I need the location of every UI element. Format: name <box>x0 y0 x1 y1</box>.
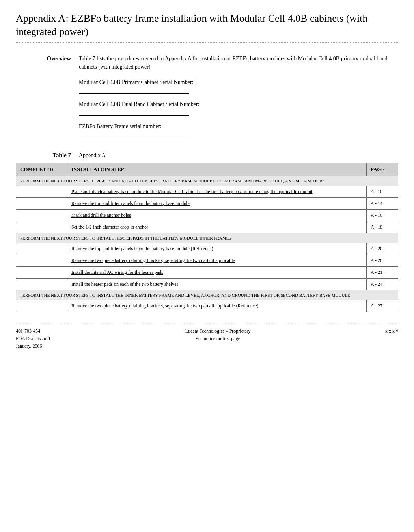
completed-cell <box>16 266 67 278</box>
step-link[interactable]: Remove the two piece battery retaining b… <box>71 258 235 263</box>
table-row: Set the 1/2-inch diameter drop-in anchor… <box>16 221 398 233</box>
step-link[interactable]: Remove the two piece battery retaining b… <box>71 303 258 309</box>
step-cell: Install the heater pads on each of the t… <box>67 278 367 290</box>
page-cell: A - 16 <box>367 209 398 221</box>
step-cell: Remove the top and filter panels from th… <box>67 243 367 255</box>
table-title-text: Appendix A <box>79 153 106 159</box>
serial3-underline <box>79 138 189 138</box>
page-cell: A - 24 <box>367 278 398 290</box>
overview-content: Table 7 lists the procedures covered in … <box>79 54 398 144</box>
header-step: INSTALLATION STEP <box>67 163 367 176</box>
completed-cell <box>16 186 67 197</box>
step-cell: Remove the two piece battery retaining b… <box>67 300 367 312</box>
section-header-cell: PERFORM THE NEXT FOUR STEPS TO INSTALL H… <box>16 233 398 243</box>
step-link[interactable]: Mark and drill the anchor holes <box>71 212 131 218</box>
section-header-row: PERFORM THE NEXT FOUR STEPS TO PLACE AND… <box>16 176 398 186</box>
section-header-cell: PERFORM THE NEXT FOUR STEPS TO INSTALL T… <box>16 290 398 300</box>
table-label: Table 7 <box>16 152 79 159</box>
page-title: Appendix A: EZBFo battery frame installa… <box>16 12 398 39</box>
section-header-cell: PERFORM THE NEXT FOUR STEPS TO PLACE AND… <box>16 176 398 186</box>
footer: 401-703-454 FOA Draft Issue 1 January, 2… <box>16 327 398 350</box>
section-header-row: PERFORM THE NEXT FOUR STEPS TO INSTALL H… <box>16 233 398 243</box>
table-row: Remove the top and filter panels from th… <box>16 197 398 209</box>
table-row: Remove the two piece battery retaining b… <box>16 300 398 312</box>
page-cell: A - 21 <box>367 266 398 278</box>
overview-text: Table 7 lists the procedures covered in … <box>79 54 398 71</box>
table-row: Remove the top and filter panels from th… <box>16 243 398 255</box>
table-row: Install the internal AC wiring for the h… <box>16 266 398 278</box>
footer-divider <box>16 324 398 324</box>
step-cell: Remove the two piece battery retaining b… <box>67 255 367 266</box>
step-cell: Set the 1/2-inch diameter drop-in anchor <box>67 221 367 233</box>
section-header-row: PERFORM THE NEXT FOUR STEPS TO INSTALL T… <box>16 290 398 300</box>
serial3-label: EZBFo Battery Frame serial number: <box>79 122 398 130</box>
overview-label: Overview <box>16 54 79 144</box>
step-link[interactable]: Remove the top and filter panels from th… <box>71 246 213 251</box>
title-divider <box>16 42 398 43</box>
page-cell: A - 14 <box>367 197 398 209</box>
page-cell: A - 27 <box>367 300 398 312</box>
step-link[interactable]: Remove the top and filter panels from th… <box>71 201 190 206</box>
completed-cell <box>16 243 67 255</box>
completed-cell <box>16 300 67 312</box>
completed-cell <box>16 221 67 233</box>
footer-notice: See notice on first page <box>185 335 251 342</box>
step-link[interactable]: Set the 1/2-inch diameter drop-in anchor <box>71 224 148 230</box>
step-cell: Remove the top and filter panels from th… <box>67 197 367 209</box>
page-cell: A - 18 <box>367 221 398 233</box>
header-completed: COMPLETED <box>16 163 67 176</box>
page-cell: A - 20 <box>367 243 398 255</box>
completed-cell <box>16 255 67 266</box>
footer-doc-number: 401-703-454 <box>16 327 50 335</box>
table-row: Remove the two piece battery retaining b… <box>16 255 398 266</box>
step-link[interactable]: Install the internal AC wiring for the h… <box>71 270 163 275</box>
step-cell: Mark and drill the anchor holes <box>67 209 367 221</box>
footer-center: Lucent Technologies – Proprietary See no… <box>185 327 251 350</box>
completed-cell <box>16 197 67 209</box>
footer-left: 401-703-454 FOA Draft Issue 1 January, 2… <box>16 327 50 350</box>
completed-cell <box>16 278 67 290</box>
footer-issue: FOA Draft Issue 1 <box>16 335 50 342</box>
header-page: PAGE <box>367 163 398 176</box>
page-cell: A - 10 <box>367 186 398 197</box>
completed-cell <box>16 209 67 221</box>
serial1-underline <box>79 93 189 94</box>
table-label-row: Table 7 Appendix A <box>16 152 398 159</box>
footer-date: January, 2006 <box>16 342 50 350</box>
footer-page-number: x x x v <box>385 327 398 335</box>
table-row: Mark and drill the anchor holesA - 16 <box>16 209 398 221</box>
table-row: Place and attach a battery base module t… <box>16 186 398 197</box>
table-row: Install the heater pads on each of the t… <box>16 278 398 290</box>
installation-table: COMPLETED INSTALLATION STEP PAGE PERFORM… <box>16 163 398 312</box>
serial2-underline <box>79 115 189 116</box>
serial2-label: Modular Cell 4.0B Dual Band Cabinet Seri… <box>79 100 398 108</box>
step-link[interactable]: Place and attach a battery base module t… <box>71 189 312 194</box>
footer-company: Lucent Technologies – Proprietary <box>185 327 251 335</box>
serial1-label: Modular Cell 4.0B Primary Cabinet Serial… <box>79 78 398 86</box>
overview-section: Overview Table 7 lists the procedures co… <box>16 54 398 144</box>
step-cell: Install the internal AC wiring for the h… <box>67 266 367 278</box>
table-header-row: COMPLETED INSTALLATION STEP PAGE <box>16 163 398 176</box>
step-cell: Place and attach a battery base module t… <box>67 186 367 197</box>
footer-right: x x x v <box>385 327 398 350</box>
page-cell: A - 20 <box>367 255 398 266</box>
step-link[interactable]: Install the heater pads on each of the t… <box>71 281 178 287</box>
